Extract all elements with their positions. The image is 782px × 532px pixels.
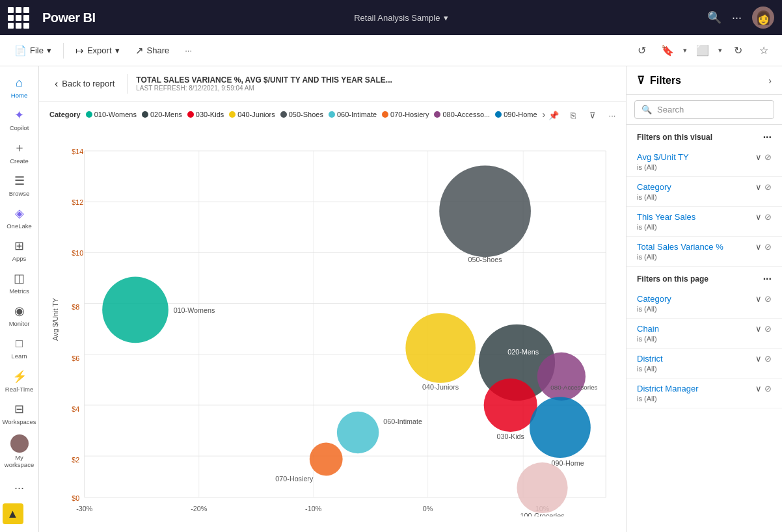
filter-this-year-sales-value: is (All) (637, 223, 772, 231)
bubble-accessories[interactable] (537, 352, 586, 401)
view-dropdown[interactable]: ▾ (718, 46, 722, 55)
sidebar-item-realtime[interactable]: ⚡ Real-Time (3, 366, 36, 397)
bubble-intimate[interactable] (337, 412, 379, 454)
workspaces-icon: ⊟ (14, 402, 24, 416)
sidebar-item-metrics[interactable]: ◫ Metrics (3, 267, 36, 299)
sidebar-more-button[interactable]: ··· (3, 477, 36, 498)
filter-category-page-name[interactable]: Category (637, 294, 671, 304)
sidebar-item-learn[interactable]: □ Learn (3, 333, 36, 364)
filter-district-manager-value: is (All) (637, 395, 772, 403)
filter-district-clear[interactable]: ⊘ (764, 354, 772, 364)
filters-on-page-more[interactable]: ··· (763, 273, 772, 285)
filter-dm-clear[interactable]: ⊘ (764, 384, 772, 393)
undo-icon[interactable]: ↺ (631, 40, 652, 61)
bubble-shoes[interactable] (439, 165, 531, 257)
filter-chain-name[interactable]: Chain (637, 324, 659, 334)
filter-category-chevron[interactable]: ∨ (755, 182, 762, 192)
filter-district: District ∨ ⊘ is (All) (627, 349, 782, 379)
bubble-kids[interactable] (484, 379, 537, 432)
filter-avg-chevron[interactable]: ∨ (755, 152, 762, 162)
sidebar-item-onelake[interactable]: ◈ OneLake (3, 202, 36, 233)
realtime-icon: ⚡ (12, 369, 27, 384)
copy-icon[interactable]: ⎘ (565, 107, 582, 124)
sidebar-item-home[interactable]: ⌂ Home (3, 72, 36, 103)
sidebar-item-apps[interactable]: ⊞ Apps (3, 235, 36, 266)
filter-chain-clear[interactable]: ⊘ (764, 324, 772, 334)
filter-district-header: District ∨ ⊘ (637, 354, 772, 364)
copilot-icon: ✦ (14, 108, 24, 122)
more-cmd-button[interactable]: ··· (178, 42, 198, 59)
report-header: ‹ Back to report TOTAL SALES VARIANCE %,… (39, 66, 626, 101)
bubble-home[interactable] (530, 397, 591, 458)
create-label: Create (10, 157, 29, 165)
favorite-icon[interactable]: ☆ (753, 40, 774, 61)
topbar: Power BI Retail Analysis Sample ▾ 🔍 ··· … (0, 0, 782, 35)
refresh-icon[interactable]: ↻ (727, 40, 748, 61)
filter-avg-clear[interactable]: ⊘ (764, 152, 772, 162)
filter-tsv-chevron[interactable]: ∨ (755, 242, 762, 252)
share-button[interactable]: ↗ Share (129, 42, 176, 60)
filter-avg-unit-ty-name[interactable]: Avg $/Unit TY (637, 152, 689, 162)
filter-district-name[interactable]: District (637, 354, 663, 364)
filter-tys-chevron[interactable]: ∨ (755, 212, 762, 222)
filter-icon[interactable]: ⊽ (584, 107, 601, 124)
filter-cat-page-clear[interactable]: ⊘ (764, 294, 772, 304)
filters-title-text: Filters (650, 75, 681, 86)
sidebar-item-browse[interactable]: ☰ Browse (3, 170, 36, 201)
apps-label: Apps (12, 255, 27, 262)
filter-total-sales-variance-actions: ∨ ⊘ (755, 242, 772, 252)
legend-label-womens: 010-Womens (94, 111, 137, 118)
filter-chain-chevron[interactable]: ∨ (755, 324, 762, 334)
pin-icon[interactable]: 📌 (545, 107, 562, 124)
bookmark-icon[interactable]: 🔖 (657, 40, 678, 61)
home-label: Home (11, 92, 27, 99)
report-refresh-info: LAST REFRESH: 8/12/2021, 9:59:04 AM (136, 85, 615, 92)
search-icon[interactable]: 🔍 (707, 10, 721, 25)
filter-category-visual-name[interactable]: Category (637, 182, 671, 192)
filter-search-box[interactable]: 🔍 Search (634, 100, 774, 119)
filters-expand-icon[interactable]: › (768, 75, 772, 86)
more-options-icon[interactable]: ··· (732, 11, 742, 25)
bookmark-dropdown[interactable]: ▾ (683, 46, 687, 55)
legend-item-intimate: 060-Intimate (329, 111, 377, 118)
y-tick-12: $12 (72, 198, 83, 206)
filter-dm-chevron[interactable]: ∨ (755, 384, 762, 393)
filter-total-sales-variance-name[interactable]: Total Sales Variance % (637, 242, 723, 252)
filter-tys-clear[interactable]: ⊘ (764, 212, 772, 222)
bubble-chart-svg: Avg $/Unit TY $14 $12 $10 $8 $6 $4 $2 $0 (44, 122, 621, 516)
filter-district-chevron[interactable]: ∨ (755, 354, 762, 364)
y-axis-label: Avg $/Unit TY (51, 298, 59, 341)
filter-tsv-clear[interactable]: ⊘ (764, 242, 772, 252)
filter-district-manager: District Manager ∨ ⊘ is (All) (627, 379, 782, 408)
app-logo: Power BI (42, 10, 96, 25)
bubble-label-kids: 030-Kids (496, 432, 524, 440)
app-grid-icon[interactable] (8, 7, 29, 29)
y-tick-8: $8 (72, 303, 79, 311)
bubble-label-womens: 010-Womens (174, 306, 215, 314)
view-icon[interactable]: ⬜ (692, 40, 713, 61)
filters-on-visual-more[interactable]: ··· (763, 131, 772, 143)
filter-category-visual-actions: ∨ ⊘ (755, 182, 772, 192)
sidebar-item-monitor[interactable]: ◉ Monitor (3, 300, 36, 331)
filter-this-year-sales-name[interactable]: This Year Sales (637, 212, 695, 222)
sidebar-item-copilot[interactable]: ✦ Copilot (3, 104, 36, 135)
bubble-label-home: 090-Home (552, 459, 584, 467)
bubble-groceries[interactable] (517, 462, 567, 513)
filter-category-clear[interactable]: ⊘ (764, 182, 772, 192)
filter-district-manager-name[interactable]: District Manager (637, 384, 699, 393)
avatar[interactable]: 👩 (752, 7, 774, 29)
sidebar-item-create[interactable]: ＋ Create (3, 137, 36, 168)
back-to-report-button[interactable]: ‹ Back to report (49, 75, 120, 93)
filter-district-manager-actions: ∨ ⊘ (755, 384, 772, 393)
learn-icon: □ (16, 337, 23, 351)
bubble-hosiery[interactable] (310, 443, 343, 476)
bubble-juniors[interactable] (405, 313, 476, 383)
report-title-dropdown[interactable]: ▾ (444, 13, 448, 23)
export-button[interactable]: ↦ Export ▾ (69, 42, 126, 60)
filter-cat-page-chevron[interactable]: ∨ (755, 294, 762, 304)
bubble-womens[interactable] (102, 277, 169, 343)
visual-more-icon[interactable]: ··· (604, 107, 621, 124)
sidebar-item-workspaces[interactable]: ⊟ Workspaces (3, 398, 36, 429)
file-button[interactable]: 📄 File ▾ (8, 42, 58, 60)
sidebar-item-workspace[interactable]: My workspace (3, 431, 36, 472)
